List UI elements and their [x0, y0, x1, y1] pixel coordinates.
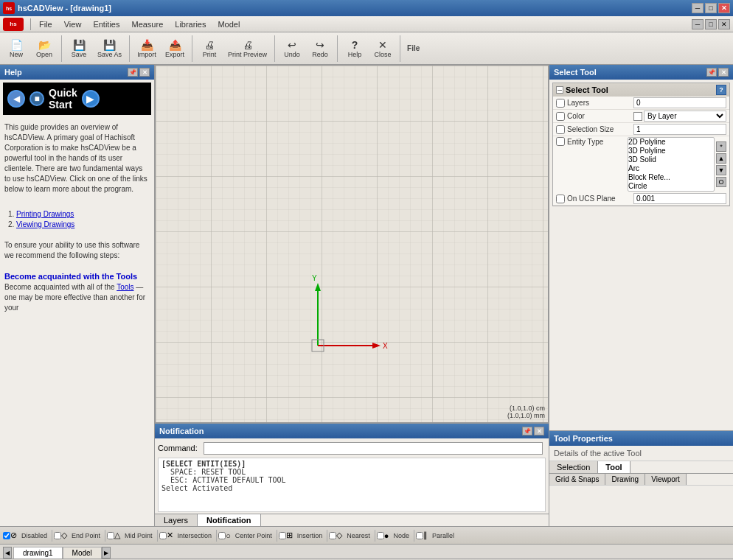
- snap-nearest-icon: ◇: [336, 531, 342, 540]
- output-line-2: SPACE: RESET TOOL: [161, 468, 542, 476]
- nav-fwd-circle[interactable]: ▶: [82, 90, 100, 108]
- ucs-plane-checkbox[interactable]: [556, 195, 565, 203]
- nav-stop-circle[interactable]: ■: [29, 91, 44, 106]
- ucs-plane-input[interactable]: [633, 193, 726, 204]
- save-button[interactable]: 💾 Save: [66, 37, 92, 60]
- notif-pin-button[interactable]: 📌: [522, 427, 532, 435]
- select-tool-close-btn[interactable]: ✕: [718, 68, 729, 77]
- new-button[interactable]: 📄 New: [3, 37, 29, 60]
- help-close-button[interactable]: ✕: [139, 68, 150, 77]
- snap-intersection-checkbox[interactable]: [159, 532, 167, 539]
- minimize-button[interactable]: ─: [692, 3, 704, 13]
- tab-drawing1[interactable]: drawing1: [13, 547, 63, 559]
- menu-item-measure[interactable]: Measure: [125, 18, 169, 30]
- app-logo: hs: [3, 2, 15, 14]
- menu-window-controls: ─ □ ✕: [692, 19, 730, 29]
- snap-disabled-checkbox[interactable]: [3, 532, 10, 539]
- tool-props-drawing-tab[interactable]: Drawing: [605, 474, 645, 485]
- prop-collapse-btn[interactable]: ─: [556, 86, 563, 94]
- notification-panel: Notification 📌 ✕ Command: [SELECT ENTIT(…: [155, 423, 549, 526]
- color-select[interactable]: By Layer Red Green Blue: [644, 111, 726, 122]
- menu-restore-btn[interactable]: □: [705, 19, 717, 29]
- close-doc-button[interactable]: ✕ Close: [369, 37, 396, 60]
- import-button[interactable]: 📥 Import: [133, 37, 160, 60]
- snap-nearest-label[interactable]: Nearest: [344, 532, 373, 539]
- layers-tab[interactable]: Layers: [155, 514, 198, 526]
- tab-arrow-left[interactable]: ◀: [3, 547, 12, 559]
- toolbar-sep-3: [192, 35, 192, 62]
- entity-scroll-up-btn[interactable]: ▲: [716, 153, 726, 164]
- restore-button[interactable]: □: [705, 3, 717, 13]
- prop-section-header-left: ─ Select Tool: [556, 85, 608, 94]
- prop-help-btn[interactable]: ?: [716, 85, 726, 95]
- snap-nearest-checkbox[interactable]: [329, 532, 336, 539]
- snap-disabled-label[interactable]: Disabled: [18, 532, 50, 539]
- snap-parallel-label[interactable]: Parallel: [429, 532, 457, 539]
- layers-label: Layers: [567, 99, 633, 107]
- tool-props-tool-tab[interactable]: Tool: [598, 461, 630, 473]
- import-label: Import: [137, 51, 156, 58]
- snap-midpoint-label[interactable]: Mid Point: [122, 532, 156, 539]
- command-row: Command:: [155, 438, 549, 458]
- menu-item-view[interactable]: View: [58, 18, 88, 30]
- layers-checkbox[interactable]: [556, 99, 565, 108]
- tab-arrow-right[interactable]: ▶: [102, 547, 111, 559]
- select-tool-pin-btn[interactable]: 📌: [706, 68, 717, 77]
- notif-close-button[interactable]: ✕: [534, 427, 544, 435]
- snap-centerpoint-checkbox[interactable]: [218, 532, 226, 539]
- menu-item-entities[interactable]: Entities: [87, 18, 125, 30]
- tool-props-viewport-tab[interactable]: Viewport: [645, 474, 687, 485]
- print-button[interactable]: 🖨 Print: [196, 37, 223, 60]
- snap-endpoint-checkbox[interactable]: [54, 532, 61, 539]
- selection-size-input[interactable]: [633, 124, 726, 135]
- snap-midpoint-checkbox[interactable]: [107, 532, 114, 539]
- menu-minimize-btn[interactable]: ─: [692, 19, 704, 29]
- print-preview-button[interactable]: 🖨 Print Preview: [224, 37, 271, 60]
- snap-endpoint-label[interactable]: End Point: [69, 532, 103, 539]
- menu-item-file[interactable]: File: [33, 18, 58, 30]
- entity-scroll-dn-btn[interactable]: ▼: [716, 165, 726, 175]
- snap-insertion-checkbox[interactable]: [279, 532, 286, 539]
- snap-parallel-icon: ∥: [423, 531, 428, 540]
- snap-node-checkbox[interactable]: [377, 532, 384, 539]
- layers-input[interactable]: [633, 97, 726, 108]
- tool-props-grid-tab[interactable]: Grid & Snaps: [549, 474, 605, 485]
- cad-viewport[interactable]: X Y (1.0,1.0) cm (1.0,1.0) mm: [155, 65, 549, 423]
- open-button[interactable]: 📂 Open: [31, 37, 58, 60]
- tool-props-header: Tool Properties: [549, 431, 733, 446]
- color-checkbox[interactable]: [556, 112, 565, 121]
- snap-intersection-label[interactable]: Intersection: [175, 532, 215, 539]
- menu-item-libraries[interactable]: Libraries: [169, 18, 212, 30]
- nav-back-circle[interactable]: ◀: [7, 90, 25, 108]
- entity-o-btn[interactable]: O: [716, 177, 726, 187]
- entity-type-list[interactable]: 2D Polyline 3D Polyline 3D Solid Arc Blo…: [628, 137, 715, 192]
- redo-button[interactable]: ↪ Redo: [307, 37, 333, 60]
- center-area: X Y (1.0,1.0) cm (1.0,1.0) mm Notificati…: [155, 65, 549, 526]
- title-bar: hs hsCADView - [drawing1] ─ □ ✕: [0, 0, 733, 16]
- command-input[interactable]: [204, 442, 543, 455]
- selection-size-label: Selection Size: [567, 125, 633, 133]
- selection-size-checkbox[interactable]: [556, 125, 565, 134]
- menu-close-btn[interactable]: ✕: [718, 19, 730, 29]
- snap-centerpoint-label[interactable]: Center Point: [232, 532, 275, 539]
- snap-node-label[interactable]: Node: [391, 532, 413, 539]
- tools-link[interactable]: Tools: [117, 283, 133, 291]
- snap-sep-2: [105, 530, 105, 542]
- undo-button[interactable]: ↩ Undo: [279, 37, 305, 60]
- help-button[interactable]: ? Help: [341, 37, 368, 60]
- snap-parallel-checkbox[interactable]: [416, 532, 423, 539]
- tab-model[interactable]: Model: [63, 547, 102, 559]
- notification-tab[interactable]: Notification: [198, 514, 261, 526]
- link-printing[interactable]: Printing Drawings: [16, 210, 74, 218]
- title-bar-controls: ─ □ ✕: [692, 3, 730, 13]
- menu-item-model[interactable]: Model: [212, 18, 246, 30]
- entity-asterisk-btn[interactable]: *: [716, 141, 726, 152]
- export-button[interactable]: 📤 Export: [161, 37, 188, 60]
- save-as-button[interactable]: 💾 Save As: [94, 37, 125, 60]
- entity-type-checkbox[interactable]: [556, 137, 565, 146]
- help-pin-button[interactable]: 📌: [128, 68, 138, 77]
- tool-props-selection-tab[interactable]: Selection: [549, 461, 598, 473]
- link-viewing[interactable]: Viewing Drawings: [16, 220, 74, 228]
- close-button[interactable]: ✕: [718, 3, 730, 13]
- snap-insertion-label[interactable]: Insertion: [294, 532, 326, 539]
